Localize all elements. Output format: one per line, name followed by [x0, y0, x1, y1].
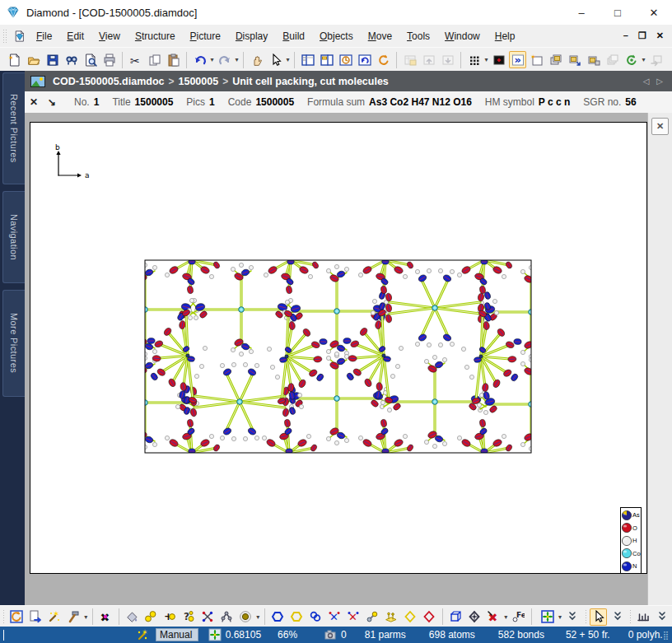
pointer-select-dropdown-icon[interactable]: ▾: [285, 56, 291, 63]
cut-bonds-dropdown-icon[interactable]: ▾: [503, 613, 509, 621]
child-minimize-button[interactable]: –: [623, 30, 628, 41]
measure-mode-button[interactable]: [635, 608, 652, 626]
next-picture-button[interactable]: »: [509, 51, 526, 68]
structure-drawing[interactable]: ba: [30, 123, 646, 573]
refresh-panel-button[interactable]: [375, 51, 392, 68]
coordination-sphere-button[interactable]: [237, 608, 254, 626]
pointer-select-button[interactable]: [267, 51, 284, 68]
print-preview-button[interactable]: [82, 51, 99, 68]
menu-display[interactable]: Display: [228, 27, 275, 45]
save-button[interactable]: [44, 51, 61, 68]
add-atoms-button[interactable]: +: [161, 608, 179, 626]
menubar-grip[interactable]: [2, 29, 8, 44]
side-tab-recent-pictures[interactable]: Recent Pictures: [2, 72, 25, 184]
ring-red-button[interactable]: [421, 608, 438, 626]
update-picture-button[interactable]: [8, 608, 26, 626]
breadcrumb-forward-icon[interactable]: ▷: [656, 77, 665, 86]
break-rings-red-button[interactable]: ✕: [345, 608, 362, 626]
history-panel-button[interactable]: [337, 51, 354, 68]
menu-build[interactable]: Build: [275, 27, 312, 45]
menu-picture[interactable]: Picture: [183, 27, 228, 45]
copy-picture-button[interactable]: [547, 51, 564, 68]
undo-dropdown-icon[interactable]: ▾: [209, 56, 215, 63]
breadcrumb-picture[interactable]: Unit cell packing, cut molecules: [232, 76, 389, 87]
structure-picture[interactable]: ba AsOHCoN: [30, 122, 647, 574]
move-picture-button[interactable]: [539, 608, 557, 626]
open-document-button[interactable]: [25, 51, 42, 68]
connect-atoms-button[interactable]: [199, 608, 217, 626]
maximize-button[interactable]: □: [600, 1, 636, 24]
copy-button[interactable]: [146, 51, 163, 68]
more-below-button[interactable]: [564, 608, 581, 626]
toolbar-grip[interactable]: [629, 609, 632, 624]
redo-button[interactable]: [216, 51, 233, 68]
picture-history-button[interactable]: [623, 51, 640, 68]
import-picture-button[interactable]: [647, 51, 665, 68]
data-panel-button[interactable]: [318, 51, 335, 68]
table-new-button[interactable]: [401, 51, 418, 68]
arrange-pictures-button[interactable]: [585, 51, 602, 68]
picture-blackout-button[interactable]: [490, 51, 507, 68]
complete-fragments-button[interactable]: ?: [180, 608, 198, 626]
table-up-button[interactable]: [420, 51, 437, 68]
destroy-adjust-button[interactable]: ✖: [97, 608, 114, 626]
toolbar-grip[interactable]: [585, 609, 587, 624]
grow-cluster-button[interactable]: [218, 608, 236, 626]
infobar-apply-icon[interactable]: ↘: [43, 96, 61, 108]
fill-unit-cell-button[interactable]: [124, 608, 141, 626]
bond-builder-button[interactable]: [364, 608, 381, 626]
find-button[interactable]: [63, 51, 80, 68]
polyhedra-blue-button[interactable]: [269, 608, 287, 626]
more-measure-button[interactable]: [654, 608, 671, 626]
new-document-button[interactable]: ✶: [6, 51, 23, 68]
more-pointer-button[interactable]: [609, 608, 626, 626]
menu-structure[interactable]: Structure: [128, 27, 183, 45]
break-rings-blue-button[interactable]: ✕: [326, 608, 343, 626]
picture-wizard-button[interactable]: ✶: [46, 608, 63, 626]
new-picture-button[interactable]: ✶: [528, 51, 545, 68]
canvas-close-button[interactable]: ✕: [651, 118, 669, 135]
orient-molecule-button[interactable]: [466, 608, 483, 626]
revert-panel-button[interactable]: [356, 51, 373, 68]
menu-objects[interactable]: Objects: [312, 27, 361, 45]
breadcrumb-structure[interactable]: 1500005: [179, 76, 219, 87]
build-tools-button[interactable]: [65, 608, 82, 626]
side-tab-navigation[interactable]: Navigation: [2, 191, 25, 283]
infobar-close-icon[interactable]: ✕: [25, 96, 43, 108]
cut-button[interactable]: ✂: [127, 51, 144, 68]
picture-history-dropdown-icon[interactable]: ▾: [641, 56, 646, 63]
pointer-mode-button[interactable]: [590, 608, 607, 626]
tree-panel-button[interactable]: [299, 51, 316, 68]
pan-hand-button[interactable]: [248, 51, 265, 68]
menu-tools[interactable]: Tools: [399, 27, 437, 45]
breadcrumb-document[interactable]: COD-1500005.diamdoc: [53, 76, 164, 87]
create-molecules-button[interactable]: [142, 608, 160, 626]
rings-blue-button[interactable]: [307, 608, 324, 626]
atom-grid-dropdown-icon[interactable]: ▾: [483, 56, 489, 63]
unit-cell-box-button[interactable]: [447, 608, 464, 626]
lattice-planes-button[interactable]: [383, 608, 400, 626]
stack-pictures-button[interactable]: [604, 51, 621, 68]
menu-edit[interactable]: Edit: [59, 27, 91, 45]
polyhedra-yellow-button[interactable]: [288, 608, 306, 626]
menu-view[interactable]: View: [91, 27, 128, 45]
minimize-button[interactable]: –: [563, 1, 600, 24]
redo-dropdown-icon[interactable]: ▾: [234, 56, 240, 63]
side-tab-more-pictures[interactable]: More Pictures: [2, 290, 25, 397]
menu-file[interactable]: File: [29, 27, 59, 45]
breadcrumb-back-icon[interactable]: ◁: [643, 77, 652, 86]
toolbar-grip[interactable]: [2, 609, 5, 624]
print-button[interactable]: [100, 51, 118, 68]
coordination-sphere-dropdown-icon[interactable]: ▾: [255, 613, 261, 621]
undo-button[interactable]: [191, 51, 208, 68]
move-picture-dropdown-icon[interactable]: ▾: [558, 613, 563, 621]
child-close-button[interactable]: ✕: [656, 30, 664, 41]
table-down-button[interactable]: [439, 51, 456, 68]
ring-yellow-button[interactable]: [402, 608, 419, 626]
child-restore-button[interactable]: ❐: [638, 30, 646, 41]
menu-move[interactable]: Move: [361, 27, 399, 45]
apply-changes-button[interactable]: [27, 608, 44, 626]
atom-grid-button[interactable]: [465, 51, 483, 68]
menu-help[interactable]: Help: [488, 27, 523, 45]
resize-grip[interactable]: ⣿: [663, 631, 669, 640]
